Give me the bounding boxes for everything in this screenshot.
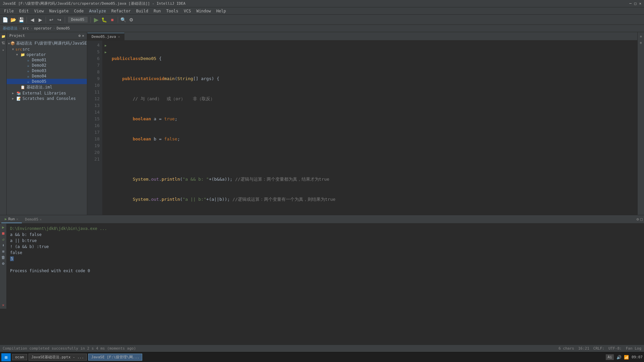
gutter-run-5[interactable]: ▶ — [102, 49, 109, 55]
tree-item-demo02[interactable]: ☕ Demo02 — [7, 63, 87, 68]
tree-item-demo04[interactable]: ☕ Demo04 — [7, 73, 87, 79]
line-gutter: ▶ ▶ — [102, 41, 109, 215]
tree-item-demo05[interactable]: ☕ Demo05 — [7, 79, 87, 84]
taskbar-time: 09:07 — [632, 355, 643, 359]
gutter-run-4[interactable]: ▶ — [102, 42, 109, 49]
bottom-tab-run[interactable]: ▶ Run ✕ — [1, 216, 22, 223]
menu-analyze[interactable]: Analyze — [86, 8, 109, 14]
taskbar-start[interactable]: ⊞ — [1, 353, 11, 361]
run-icon: ▶ — [5, 217, 7, 221]
breadcrumb-base[interactable]: 基础语法 — [3, 26, 17, 31]
console-line-3: ! (a && b) :true — [10, 244, 641, 250]
tree-item-src[interactable]: ▼ src src — [7, 47, 87, 52]
menu-build[interactable]: Build — [133, 8, 151, 14]
tree-label-demo05: Demo05 — [32, 79, 46, 84]
console-stop-btn[interactable]: ■ — [2, 231, 4, 236]
side-favorites-icon[interactable]: ★ — [1, 47, 6, 52]
taskbar-ocam-label: ocam — [15, 355, 24, 359]
toolbar-debug[interactable]: 🐛 — [101, 16, 108, 23]
tree-icon-operator: 📁 — [20, 52, 25, 57]
console-settings-btn[interactable]: ⚙ — [2, 261, 4, 266]
menu-view[interactable]: View — [32, 8, 47, 14]
tree-icon-scratches: 📝 — [16, 96, 21, 101]
tree-label-src: src — [22, 47, 30, 52]
toolbar-back[interactable]: ◀ — [29, 16, 36, 23]
toolbar-settings[interactable]: ⚙ — [128, 16, 135, 23]
taskbar-idea[interactable]: JavaSE [F:\级管理\网... — [88, 354, 142, 361]
breadcrumb-src[interactable]: src — [22, 26, 29, 31]
console-rerun-btn[interactable]: ↺ — [2, 237, 4, 242]
tree-label-operator: operator — [26, 52, 46, 57]
tree-item-root[interactable]: ▼ 📦 基础语法 F\级管理\网课代码/JavaSE — [7, 40, 87, 47]
menu-code[interactable]: Code — [71, 8, 87, 14]
tab-demo05-close[interactable]: ✕ — [118, 35, 120, 39]
tree-item-demo01[interactable]: ☕ Demo01 — [7, 57, 87, 63]
line-numbers: 4 5 6 7 8 9 10 11 12 13 14 15 16 17 18 1… — [87, 41, 102, 215]
toolbar-save[interactable]: 💾 — [17, 16, 25, 23]
console-clear-btn[interactable]: 🗑 — [1, 255, 5, 260]
toolbar-demo-label[interactable]: Demo05 — [68, 17, 88, 22]
taskbar-pptx[interactable]: JavaSE基础语法.pptx - ... — [29, 354, 87, 361]
toolbar-search[interactable]: 🔍 — [120, 16, 127, 23]
menu-refactor[interactable]: Refactor — [109, 8, 133, 14]
toolbar-redo[interactable]: ↪ — [56, 16, 63, 23]
menu-run[interactable]: Run — [151, 8, 164, 14]
side-structure-icon[interactable]: 🏗 — [1, 40, 6, 46]
console-close-btn[interactable]: ✕ — [2, 303, 4, 307]
tree-item-operator[interactable]: ▼ 📁 operator — [7, 52, 87, 57]
project-header-close[interactable]: ✕ — [82, 34, 84, 38]
status-compilation: Compilation completed successfully in 2 … — [3, 346, 136, 351]
project-header-settings[interactable]: ⚙ — [78, 34, 81, 38]
code-line-8: boolean b = false; — [112, 136, 635, 142]
tree-item-demo03[interactable]: ☕ Demo03 — [7, 68, 87, 73]
console-run-btn[interactable]: ▶ — [2, 225, 4, 230]
bottom-maximize-icon[interactable]: □ — [640, 217, 643, 222]
menu-navigate[interactable]: Navigate — [47, 8, 71, 14]
menu-help[interactable]: Help — [214, 8, 229, 14]
tree-arrow-operator: ▼ — [16, 53, 20, 56]
tree-label-demo02: Demo02 — [32, 63, 46, 68]
code-editor[interactable]: 4 5 6 7 8 9 10 11 12 13 14 15 16 17 18 1… — [87, 41, 637, 215]
bottom-tab-demo05-close[interactable]: ✕ — [40, 218, 42, 221]
toolbar-undo[interactable]: ↩ — [48, 16, 55, 23]
tree-item-iml[interactable]: 📋 基础语法.iml — [7, 84, 87, 90]
tree-item-extlib[interactable]: ▶ 📚 External Libraries — [7, 90, 87, 96]
project-panel: Project ⚙ ✕ ▼ 📦 基础语法 F\级管理\网课代码/JavaSE ▼… — [7, 32, 87, 215]
taskbar-ocam[interactable]: ocam — [12, 354, 27, 360]
toolbar-open[interactable]: 📂 — [9, 16, 17, 23]
console-highlight-5: 5 — [10, 256, 14, 261]
minimize-btn[interactable]: ─ — [629, 1, 632, 6]
bottom-tab-demo05[interactable]: Demo05 ✕ — [22, 216, 45, 223]
menu-vcs[interactable]: VCS — [181, 8, 194, 14]
bottom-tab-run-close[interactable]: ✕ — [16, 217, 18, 221]
editor-tabs: Demo05.java ✕ — [87, 32, 637, 41]
menu-tools[interactable]: Tools — [164, 8, 181, 14]
toolbar-stop[interactable]: ■ — [109, 16, 116, 23]
toolbar-new[interactable]: 📄 — [1, 16, 9, 23]
breadcrumb-operator[interactable]: operator — [34, 26, 52, 31]
tab-demo05[interactable]: Demo05.java ✕ — [87, 33, 124, 40]
tree-icon-demo05: ☕ — [25, 79, 31, 84]
console-scroll-btn[interactable]: ⬇ — [2, 243, 4, 248]
right-icon-2[interactable]: ⊕ — [638, 40, 644, 45]
status-bar: Compilation completed successfully in 2 … — [0, 345, 644, 352]
console-line-exit: Process finished with exit code 0 — [10, 268, 641, 274]
right-icon-1[interactable]: ≡ — [638, 34, 644, 39]
bottom-settings-icon[interactable]: ⚙ — [637, 217, 639, 222]
tree-label-demo01: Demo01 — [32, 58, 46, 62]
tree-item-scratches[interactable]: ▶ 📝 Scratches and Consoles — [7, 96, 87, 101]
taskbar-ai-label[interactable]: Ai — [606, 354, 613, 360]
close-btn[interactable]: ✕ — [639, 1, 641, 6]
console-line-4: false — [10, 250, 641, 256]
toolbar-forward[interactable]: ▶ — [37, 16, 44, 23]
menu-window[interactable]: Window — [194, 8, 213, 14]
menu-bar: File Edit View Navigate Code Analyze Ref… — [0, 7, 644, 15]
maximize-btn[interactable]: □ — [634, 1, 637, 6]
menu-edit[interactable]: Edit — [16, 8, 32, 14]
menu-file[interactable]: File — [1, 8, 16, 14]
toolbar-run-btn[interactable]: ▶ — [93, 16, 100, 23]
breadcrumb-demo05[interactable]: Demo05 — [57, 26, 70, 31]
console-filter-btn[interactable]: ≡ — [2, 249, 4, 254]
code-content[interactable]: public class Demo05 { public static void… — [109, 41, 637, 215]
side-project-icon[interactable]: 📁 — [1, 34, 6, 39]
